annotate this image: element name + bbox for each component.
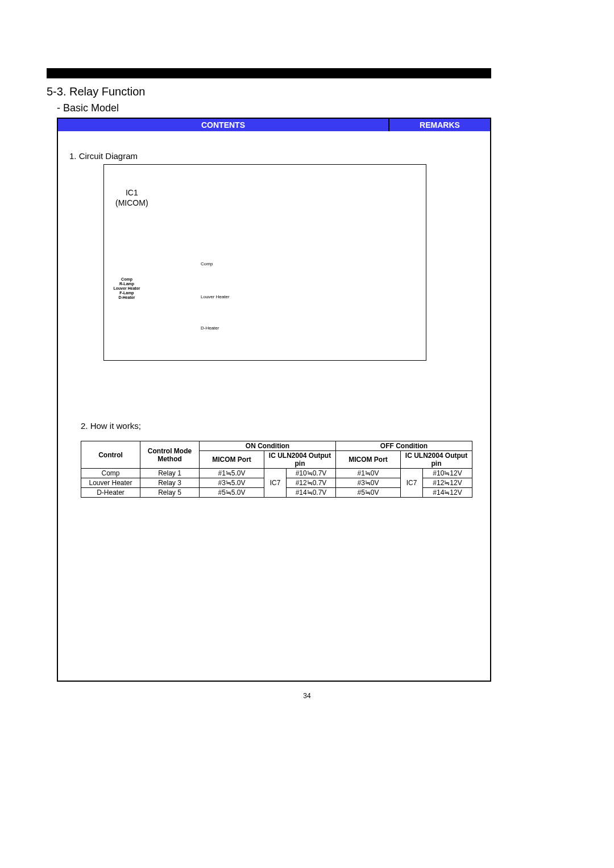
th-on-icpin: IC ULN2004 Output pin [264,451,336,469]
cell-mode: Relay 5 [140,488,200,498]
signal-dheater: D-Heater [110,295,144,300]
relay-label-louver: Louver Heater [201,294,230,299]
cell-ic7-on: IC7 [264,469,287,498]
cell-off-micom: #1≒0V [336,469,401,478]
remarks-header: REMARKS [389,119,490,131]
cell-on-micom: #5≒5.0V [200,488,264,498]
signal-list: Comp R-Lamp Louver Heater F-Lamp D-Heate… [110,277,144,300]
content-header-row: CONTENTS REMARKS [58,119,490,131]
contents-body: 1. Circuit Diagram IC1 (MICOM) Comp R-La… [58,131,490,682]
cell-off-micom: #5≒0V [336,488,401,498]
th-on-cond: ON Condition [200,441,336,451]
relay-label-comp: Comp [201,261,213,266]
th-mode: Control Mode Method [140,441,200,469]
cell-off-pin: #10≒12V [423,469,472,478]
cell-control: Comp [81,469,140,478]
cell-ic7-off: IC7 [401,469,423,498]
signal-louver: Louver Heater [110,286,144,291]
th-off-icpin: IC ULN2004 Output pin [401,451,472,469]
th-control: Control [81,441,140,469]
cell-on-micom: #1≒5.0V [200,469,264,478]
signal-comp: Comp [110,277,144,282]
cell-on-pin: #14≒0.7V [287,488,336,498]
contents-header: CONTENTS [58,119,389,131]
cell-on-pin: #12≒0.7V [287,478,336,488]
th-on-micom: MICOM Port [200,451,264,469]
th-off-micom: MICOM Port [336,451,401,469]
cell-mode: Relay 3 [140,478,200,488]
cell-off-micom: #3≒0V [336,478,401,488]
cell-off-pin: #12≒12V [423,478,472,488]
subtitle: - Basic Model [57,102,119,114]
ic1-label: IC1 (MICOM) [115,187,148,208]
signal-rlamp: R-Lamp [110,282,144,286]
ic1-line1: IC1 [126,188,138,197]
cell-off-pin: #14≒12V [423,488,472,498]
table-row: Comp Relay 1 #1≒5.0V IC7 #10≒0.7V #1≒0V … [81,469,472,478]
page-number: 34 [0,692,614,700]
header-black-bar [47,68,491,78]
relay-label-dheater: D-Heater [201,326,219,331]
cell-on-pin: #10≒0.7V [287,469,336,478]
cell-control: Louver Heater [81,478,140,488]
cell-mode: Relay 1 [140,469,200,478]
cell-control: D-Heater [81,488,140,498]
content-frame: CONTENTS REMARKS 1. Circuit Diagram IC1 … [57,118,491,682]
how-it-works-label: 2. How it works; [81,421,141,431]
signal-flamp: F-Lamp [110,291,144,295]
table-row: Control Control Mode Method ON Condition… [81,441,472,451]
section-title: 5-3. Relay Function [47,85,145,98]
circuit-diagram-label: 1. Circuit Diagram [69,151,138,161]
th-off-cond: OFF Condition [336,441,472,451]
ic1-line2: (MICOM) [115,198,148,207]
how-it-works-table: Control Control Mode Method ON Condition… [81,441,472,498]
circuit-diagram-box: IC1 (MICOM) Comp R-Lamp Louver Heater F-… [103,164,426,361]
cell-on-micom: #3≒5.0V [200,478,264,488]
